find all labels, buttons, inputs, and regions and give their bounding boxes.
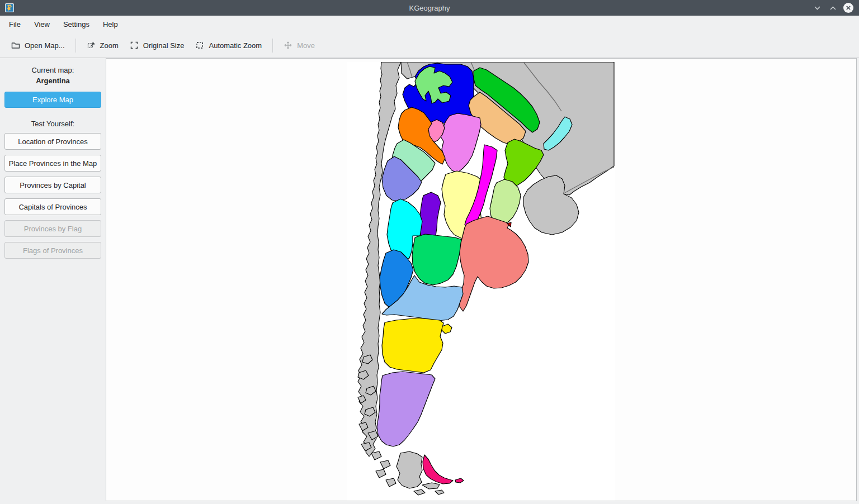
toolbar-button-label: Original Size bbox=[143, 41, 185, 50]
menu-bar: FileViewSettingsHelp bbox=[0, 16, 859, 33]
menu-help[interactable]: Help bbox=[96, 17, 125, 32]
automatic-zoom-icon bbox=[195, 41, 204, 50]
move-icon bbox=[284, 41, 292, 50]
window-title: KGeography bbox=[0, 4, 859, 12]
toolbar-separator bbox=[272, 39, 273, 53]
close-icon bbox=[843, 2, 854, 13]
toolbar-button-label: Move bbox=[297, 41, 315, 50]
kgeography-app-icon bbox=[4, 3, 15, 13]
test-yourself-label: Test Yourself: bbox=[4, 120, 101, 128]
argentina-map[interactable]: SaltaJujuyFormosaChacoMisionesCorrientes… bbox=[347, 62, 615, 501]
zoom-button[interactable]: Zoom bbox=[81, 36, 124, 54]
folder-icon bbox=[11, 41, 20, 50]
map-viewport[interactable]: SaltaJujuyFormosaChacoMisionesCorrientes… bbox=[106, 58, 857, 501]
main-content: Current map: Argentina Explore Map Test … bbox=[0, 58, 859, 504]
quiz-button-group: Location of ProvincesPlace Provinces in … bbox=[4, 133, 101, 259]
window-controls bbox=[811, 2, 855, 14]
toolbar: Open Map...ZoomOriginal SizeAutomatic Zo… bbox=[0, 33, 859, 58]
open-map-button[interactable]: Open Map... bbox=[6, 36, 70, 54]
toolbar-button-label: Automatic Zoom bbox=[209, 41, 262, 50]
original-size-button[interactable]: Original Size bbox=[124, 36, 190, 54]
current-map-label: Current map: bbox=[4, 66, 101, 74]
flags-of-provinces-button: Flags of Provinces bbox=[4, 242, 101, 259]
chevron-up-icon bbox=[829, 4, 837, 12]
menu-view[interactable]: View bbox=[27, 17, 56, 32]
toolbar-button-label: Open Map... bbox=[25, 41, 65, 50]
menu-file[interactable]: File bbox=[2, 17, 27, 32]
location-of-provinces-button[interactable]: Location of Provinces bbox=[4, 133, 101, 150]
sidebar: Current map: Argentina Explore Map Test … bbox=[0, 58, 106, 504]
current-map-value: Argentina bbox=[4, 77, 101, 85]
explore-map-button[interactable]: Explore Map bbox=[4, 92, 101, 108]
toolbar-separator bbox=[75, 39, 76, 53]
automatic-zoom-button[interactable]: Automatic Zoom bbox=[190, 36, 267, 54]
provinces-by-capital-button[interactable]: Provinces by Capital bbox=[4, 177, 101, 193]
capitals-of-provinces-button[interactable]: Capitals of Provinces bbox=[4, 198, 101, 215]
maximize-button[interactable] bbox=[827, 2, 839, 14]
minimize-button[interactable] bbox=[811, 2, 823, 14]
menu-settings[interactable]: Settings bbox=[56, 17, 96, 32]
titlebar: KGeography bbox=[0, 0, 859, 16]
close-button[interactable] bbox=[842, 2, 855, 14]
kgeography-window: KGeography FileViewSettingsHelp Open Map… bbox=[0, 0, 859, 504]
provinces-by-flag-button: Provinces by Flag bbox=[4, 220, 101, 237]
toolbar-button-label: Zoom bbox=[100, 41, 119, 50]
zoom-select-icon bbox=[87, 41, 96, 50]
chevron-down-icon bbox=[814, 4, 821, 12]
place-provinces-in-the-map-button[interactable]: Place Provinces in the Map bbox=[4, 155, 101, 172]
move-button: Move bbox=[278, 36, 320, 54]
original-size-icon bbox=[130, 41, 139, 50]
